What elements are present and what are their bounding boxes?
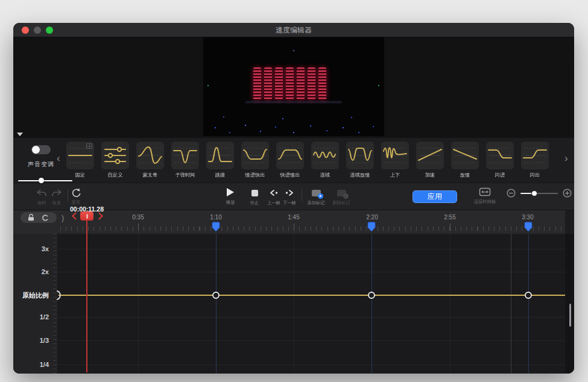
prev-frame-button[interactable]: 上一帧 bbox=[267, 188, 281, 206]
preset-curve-icon bbox=[311, 142, 339, 169]
preset-bullet-time[interactable]: 子弹时间 bbox=[171, 142, 199, 180]
preset-curve-icon bbox=[206, 142, 234, 169]
undo-button[interactable]: 撤销 bbox=[36, 188, 47, 206]
apply-button[interactable]: 应用 bbox=[413, 190, 457, 203]
preview-pane bbox=[13, 37, 574, 138]
horizontal-gridline bbox=[57, 340, 565, 341]
preset-slow-down[interactable]: 放慢 bbox=[451, 142, 479, 180]
play-button[interactable]: 播放 bbox=[226, 187, 235, 205]
timeline-marker[interactable] bbox=[212, 222, 220, 232]
playhead-line bbox=[86, 221, 87, 372]
video-preview bbox=[203, 37, 384, 136]
preset-curve-icon bbox=[101, 142, 129, 169]
preset-label: 放慢 bbox=[452, 172, 478, 179]
speed-curve[interactable] bbox=[58, 295, 565, 296]
preset-thumbnail[interactable] bbox=[66, 142, 94, 169]
speed-scale-column: 3x2x原始比例1/21/31/4 bbox=[13, 234, 57, 374]
ruler-major-tick bbox=[294, 224, 294, 231]
preset-strip: 固定 自定义 蒙太奇 bbox=[66, 142, 562, 180]
preset-scroll-left-icon[interactable]: ‹ bbox=[57, 152, 60, 164]
lock-icon[interactable] bbox=[28, 214, 34, 221]
preset-continuous-slow[interactable]: 连续放慢 bbox=[346, 142, 374, 180]
speed-scale-label: 1/3 bbox=[40, 337, 49, 344]
clip-left-edge-handle[interactable]: ) bbox=[62, 214, 64, 222]
preset-thumbnail[interactable] bbox=[171, 142, 199, 169]
ruler-time-label: 3:30 bbox=[522, 214, 533, 221]
zoom-in-icon[interactable] bbox=[563, 189, 572, 198]
preset-jump-cut[interactable]: 跳接 bbox=[206, 142, 234, 180]
redo-icon bbox=[51, 188, 62, 198]
preset-thumbnail[interactable] bbox=[206, 142, 234, 169]
preset-thumbnail[interactable] bbox=[311, 142, 339, 169]
preset-scroll-right-icon[interactable]: › bbox=[564, 152, 568, 164]
preset-fixed[interactable]: 固定 bbox=[66, 142, 94, 180]
next-frame-button[interactable]: 下一帧 bbox=[282, 188, 297, 206]
preset-continuous[interactable]: 连续 bbox=[311, 142, 339, 180]
audio-pitch-toggle[interactable] bbox=[31, 145, 51, 154]
add-marker-button[interactable]: + 添加标记 bbox=[306, 188, 326, 206]
preset-label: 上下 bbox=[382, 172, 408, 179]
preset-slow-in-fast-out[interactable]: 慢进快出 bbox=[241, 142, 269, 180]
preset-label: 固定 bbox=[68, 172, 93, 179]
ruler-ticks bbox=[60, 227, 565, 231]
preset-row: 声音变调 ‹ 固定 bbox=[13, 138, 574, 183]
curve-keyframe-point[interactable] bbox=[525, 292, 532, 299]
preset-curve-icon bbox=[241, 142, 269, 169]
preset-thumbnail[interactable] bbox=[416, 142, 444, 169]
preset-thumbnail[interactable] bbox=[346, 142, 374, 169]
zoom-slider-thumb[interactable] bbox=[532, 191, 537, 196]
timeline-marker[interactable] bbox=[367, 222, 376, 232]
stop-button[interactable]: 停止 bbox=[250, 188, 259, 206]
preset-label: 连续 bbox=[312, 172, 338, 179]
playhead-handle[interactable] bbox=[80, 211, 93, 221]
vertical-gridline bbox=[138, 234, 139, 374]
undo-icon bbox=[36, 188, 47, 198]
stop-icon bbox=[250, 188, 259, 198]
curve-keyframe-point[interactable] bbox=[368, 292, 375, 299]
preset-accelerate[interactable]: 加速 bbox=[416, 142, 444, 180]
preset-flash-out[interactable]: 闪出 bbox=[521, 142, 549, 180]
ruler-major-tick bbox=[138, 224, 139, 231]
curve-keyframe-point[interactable] bbox=[212, 292, 220, 299]
preset-montage[interactable]: 蒙太奇 bbox=[136, 142, 164, 180]
speed-curve-area[interactable]: 3x2x原始比例1/21/31/4 bbox=[13, 234, 574, 374]
fit-timeline-button[interactable]: 适应时间轴 bbox=[473, 187, 497, 205]
preset-flash-in[interactable]: 闪进 bbox=[486, 142, 514, 180]
reset-button[interactable]: 重置 bbox=[71, 187, 81, 205]
ruler-time-label: 0:35 bbox=[132, 214, 144, 221]
zoom-slider[interactable] bbox=[520, 190, 558, 196]
preset-thumbnail[interactable] bbox=[136, 142, 164, 169]
stage-light-columns bbox=[253, 67, 332, 100]
preset-curve-icon bbox=[381, 142, 409, 169]
speed-scale-label: 1/4 bbox=[40, 361, 49, 368]
preset-label: 自定义 bbox=[103, 172, 128, 179]
vertical-gridline bbox=[216, 234, 217, 374]
preset-custom[interactable]: 自定义 bbox=[101, 142, 129, 180]
preset-thumbnail[interactable] bbox=[486, 142, 514, 169]
preset-label: 子弹时间 bbox=[172, 172, 198, 179]
delete-marker-button[interactable]: - 删除标记 bbox=[332, 188, 351, 206]
preset-thumbnail[interactable] bbox=[451, 142, 479, 169]
preset-up-down[interactable]: 上下 bbox=[381, 142, 409, 180]
preset-thumbnail[interactable] bbox=[521, 142, 549, 169]
preset-thumbnail[interactable] bbox=[381, 142, 409, 169]
collapse-preview-icon[interactable] bbox=[17, 133, 23, 136]
preset-fast-in-slow-out[interactable]: 快进慢出 bbox=[276, 142, 304, 180]
preset-label: 闪出 bbox=[522, 172, 548, 179]
ruler-major-tick bbox=[450, 224, 450, 231]
preset-scrollbar[interactable] bbox=[18, 180, 72, 182]
zoom-out-icon[interactable] bbox=[507, 189, 516, 198]
curve-start-cap bbox=[55, 290, 62, 300]
preset-label: 闪进 bbox=[487, 172, 513, 179]
zoom-control bbox=[507, 189, 572, 198]
preset-curve-icon bbox=[521, 142, 549, 169]
redo-button[interactable]: 恢复 bbox=[51, 188, 62, 206]
vertical-scrollbar[interactable] bbox=[569, 304, 571, 327]
timeline-marker[interactable] bbox=[524, 222, 533, 232]
preset-scrollbar-thumb[interactable] bbox=[39, 178, 44, 183]
speed-scale-label: 3x bbox=[42, 245, 49, 252]
curve-mode-icon[interactable] bbox=[42, 214, 49, 222]
preset-thumbnail[interactable] bbox=[241, 142, 269, 169]
preset-thumbnail[interactable] bbox=[101, 142, 129, 169]
preset-thumbnail[interactable] bbox=[276, 142, 304, 169]
